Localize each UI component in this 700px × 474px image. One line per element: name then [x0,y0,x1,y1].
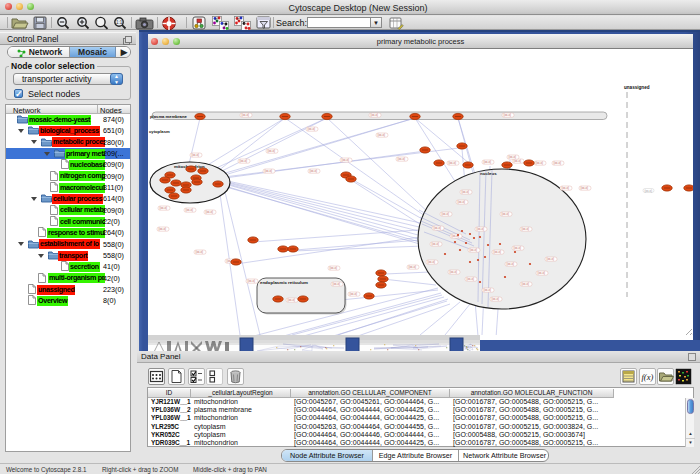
svg-text:(xx-x): (xx-x) [458,200,466,204]
svg-text:(xx-x): (xx-x) [330,266,338,270]
svg-text:(xx-x): (xx-x) [504,113,512,117]
svg-text:unassigned: unassigned [624,85,650,90]
svg-text:(xx-x): (xx-x) [536,161,544,165]
svg-text:(xx-x): (xx-x) [522,282,530,286]
svg-text:cytoplasm: cytoplasm [149,129,170,134]
svg-text:nucleus: nucleus [480,171,497,176]
svg-text:(xx-x): (xx-x) [371,113,379,117]
svg-text:(xx-x): (xx-x) [434,226,442,230]
svg-text:(xx-x): (xx-x) [310,169,318,173]
svg-text:(xx-x): (xx-x) [450,270,458,274]
svg-text:(xx-x): (xx-x) [514,159,522,163]
svg-text:(xx-x): (xx-x) [160,206,168,210]
svg-text:(xx-x): (xx-x) [514,246,522,250]
svg-text:(xx-x): (xx-x) [645,189,653,193]
svg-text:(xx-x): (xx-x) [484,160,492,164]
svg-text:(xx-x): (xx-x) [409,265,417,269]
svg-text:(xx-x): (xx-x) [240,159,248,163]
svg-text:(xx-x): (xx-x) [428,260,436,264]
svg-text:f(x): f(x) [642,372,654,382]
svg-text:(xx-x): (xx-x) [538,271,546,275]
svg-text:(xx-x): (xx-x) [462,190,470,194]
svg-text:(xx-x): (xx-x) [350,292,358,296]
svg-text:(xx-x): (xx-x) [242,113,250,117]
svg-text:1:1: 1:1 [116,20,123,25]
svg-text:endoplasmic reticulum: endoplasmic reticulum [260,280,308,285]
svg-text:(xx-x): (xx-x) [432,242,440,246]
svg-text:(xx-x): (xx-x) [196,250,204,254]
svg-text:(xx-x): (xx-x) [398,157,406,161]
svg-text:(xx-x): (xx-x) [507,262,515,266]
svg-text:(xx-x): (xx-x) [206,210,214,214]
svg-text:(xx-x): (xx-x) [333,282,341,286]
svg-text:(xx-x): (xx-x) [562,186,570,190]
svg-text:(xx-x): (xx-x) [492,297,500,301]
svg-text:(xx-x): (xx-x) [467,277,475,281]
svg-text:(xx-x): (xx-x) [581,186,589,190]
svg-text:(xx-x): (xx-x) [522,227,530,231]
svg-text:plasma membrane: plasma membrane [150,114,187,119]
svg-text:(xx-x): (xx-x) [477,227,485,231]
svg-text:(xx-x): (xx-x) [159,227,167,231]
svg-text:(xx-x): (xx-x) [509,155,517,159]
svg-text:(xx-x): (xx-x) [308,127,316,131]
svg-text:(xx-x): (xx-x) [494,250,502,254]
svg-text:(xx-x): (xx-x) [192,153,200,157]
svg-text:(xx-x): (xx-x) [554,161,562,165]
svg-text:(xx-x): (xx-x) [547,257,555,261]
svg-text:(xx-x): (xx-x) [248,279,256,283]
svg-text:(xx-x): (xx-x) [378,133,386,137]
svg-text:(xx-x): (xx-x) [268,149,276,153]
svg-text:(xx-x): (xx-x) [342,158,350,162]
svg-text:(xx-x): (xx-x) [288,298,296,302]
svg-text:(xx-x): (xx-x) [186,208,194,212]
svg-text:(xx-x): (xx-x) [265,169,273,173]
svg-text:(xx-x): (xx-x) [442,212,450,216]
svg-text:(xx-x): (xx-x) [470,248,478,252]
svg-text:(xx-x): (xx-x) [449,161,457,165]
svg-text:(xx-x): (xx-x) [484,288,492,292]
svg-text:(xx-x): (xx-x) [502,212,510,216]
